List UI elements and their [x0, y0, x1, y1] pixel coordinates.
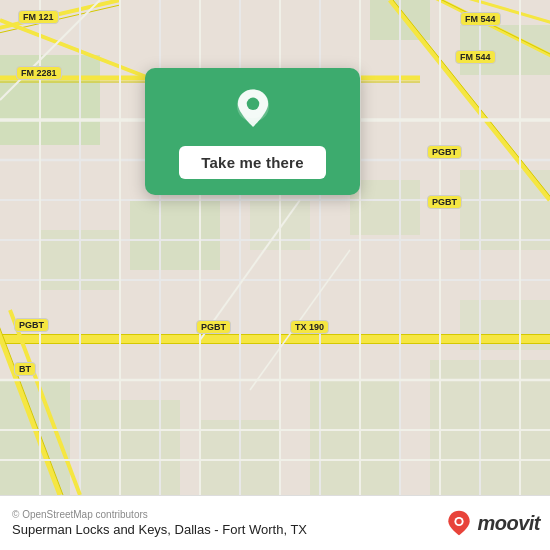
bottom-info: © OpenStreetMap contributors Superman Lo…	[12, 509, 307, 537]
map-background: FM 121 FM 544 FM 544 FM 2281 PGBT PGBT P…	[0, 0, 550, 495]
moovit-brand-text: moovit	[477, 512, 540, 535]
svg-rect-29	[0, 334, 550, 335]
svg-rect-28	[0, 335, 550, 343]
svg-point-60	[457, 519, 462, 524]
road-badge-fm121: FM 121	[18, 10, 59, 24]
location-name-text: Superman Locks and Keys, Dallas - Fort W…	[12, 522, 307, 537]
road-badge-pgbt-2: PGBT	[427, 195, 462, 209]
moovit-logo: moovit	[446, 510, 540, 536]
road-badge-fm2281: FM 2281	[16, 66, 62, 80]
location-card: Take me there	[145, 68, 360, 195]
take-me-there-button[interactable]: Take me there	[179, 146, 325, 179]
location-pin-icon	[228, 86, 278, 136]
road-badge-bt: BT	[14, 362, 36, 376]
road-badge-pgbt-4: PGBT	[196, 320, 231, 334]
attribution-text: © OpenStreetMap contributors	[12, 509, 307, 520]
svg-rect-11	[80, 400, 180, 495]
road-badge-tx190: TX 190	[290, 320, 329, 334]
bottom-bar: © OpenStreetMap contributors Superman Lo…	[0, 495, 550, 550]
svg-point-58	[246, 98, 259, 111]
svg-rect-4	[130, 200, 220, 270]
svg-rect-13	[310, 380, 400, 495]
svg-rect-30	[0, 343, 550, 344]
road-badge-fm544-2: FM 544	[455, 50, 496, 64]
road-badge-pgbt-1: PGBT	[427, 145, 462, 159]
road-badge-pgbt-3: PGBT	[14, 318, 49, 332]
moovit-pin-icon	[446, 510, 472, 536]
road-badge-fm544-1: FM 544	[460, 12, 501, 26]
